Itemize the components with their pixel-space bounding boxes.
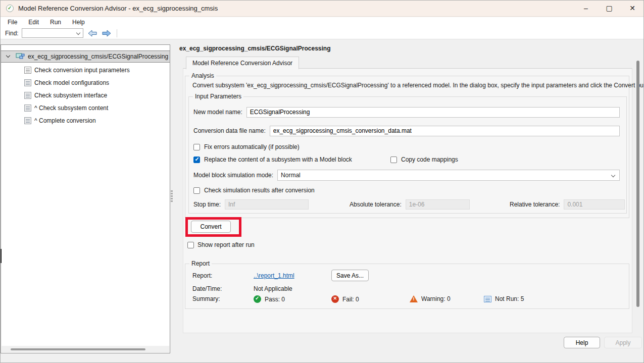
find-previous-button[interactable] [87,29,97,37]
check-list-icon [24,79,31,86]
tree-root-node[interactable]: ex_ecg_sigprocessing_cmsis/ECGSignalProc… [1,50,170,63]
window-controls: – ▢ ✕ [574,0,644,16]
fix-errors-row: Fix errors automatically (if possible) [189,142,626,152]
vertical-scrollbar[interactable] [636,61,639,307]
abs-tolerance-group: Absolute tolerance: 1e-06 [350,199,470,210]
minimize-button[interactable]: – [574,0,598,16]
find-input[interactable] [22,29,73,37]
chevron-down-icon[interactable] [76,31,80,35]
report-groupbox: Report Report: ..\report_1.html Save As.… [185,264,629,309]
fail-summary: Fail: 0 [331,295,359,303]
model-reference-icon [16,53,25,61]
convert-button[interactable]: Convert [191,221,231,233]
sim-mode-value: Normal [281,172,301,179]
fix-errors-checkbox[interactable] [193,144,200,150]
report-link-row: Report: ..\report_1.html Save As... [185,272,629,283]
help-button[interactable]: Help [564,337,600,348]
new-model-name-label: New model name: [193,109,242,116]
find-next-button[interactable] [102,29,112,37]
rel-tolerance-label: Relative tolerance: [510,201,560,208]
fail-icon [331,295,339,303]
datetime-value: Not Applicable [254,285,292,292]
tab-model-reference-conversion-advisor[interactable]: Model Reference Conversion Advisor [186,57,299,69]
find-toolbar: Find: [0,27,644,39]
check-list-icon [24,117,31,124]
replace-content-row: Replace the content of a subsystem with … [189,154,626,165]
window-title: Model Reference Conversion Advisor - ex_… [18,5,218,12]
conversion-data-file-label: Conversion data file name: [193,127,266,134]
toolbar-separator [117,29,117,37]
analysis-description: Convert subsystem 'ex_ecg_sigprocessing_… [192,82,644,89]
pass-count: Pass: 0 [265,296,285,303]
tree-item-check-model-configurations[interactable]: Check model configurations [1,76,170,89]
fail-count: Fail: 0 [342,296,359,303]
arrow-right-icon [102,29,112,37]
fix-errors-label: Fix errors automatically (if possible) [204,143,300,150]
maximize-button[interactable]: ▢ [598,0,621,16]
pass-icon [254,295,261,303]
tree-item-check-subsystem-interface[interactable]: Check subsystem interface [1,89,170,101]
replace-content-checkbox[interactable] [193,157,200,163]
title-bar: Model Reference Conversion Advisor - ex_… [0,0,644,17]
notrun-count: Not Run: 5 [495,295,524,302]
analysis-legend: Analysis [189,72,216,79]
input-parameters-legend: Input Parameters [193,93,243,100]
sim-mode-dropdown[interactable]: Normal [277,170,620,181]
find-label: Find: [5,30,19,37]
new-model-name-row: New model name: [189,106,626,118]
menu-bar: File Edit Run Help [0,17,644,27]
chevron-down-icon [611,173,615,177]
copy-code-mappings-group: Copy code mappings [390,156,458,163]
menu-edit[interactable]: Edit [23,18,44,27]
rel-tolerance-field: 0.001 [564,199,625,210]
report-file-link[interactable]: ..\report_1.html [254,272,294,279]
menu-help[interactable]: Help [67,18,90,27]
panel-splitter-handle[interactable] [170,190,173,203]
check-sim-results-label: Check simulation results after conversio… [204,187,315,194]
tab-label: Model Reference Conversion Advisor [192,60,292,67]
check-list-icon [24,105,31,112]
tree-horizontal-scrollbar[interactable] [2,346,169,352]
menu-file[interactable]: File [2,18,23,27]
window-edge-artifact [0,249,2,263]
new-model-name-field[interactable] [246,107,620,118]
save-as-button[interactable]: Save As... [331,270,369,281]
tree-item-complete-conversion[interactable]: ^ Complete conversion [1,114,170,127]
check-list-icon [24,92,31,99]
rel-tolerance-group: Relative tolerance: 0.001 [510,199,625,210]
tree-root-label: ex_ecg_sigprocessing_cmsis/ECGSignalProc… [28,53,168,60]
find-combobox[interactable] [22,28,83,38]
scrollbar-thumb[interactable] [11,348,145,350]
replace-content-label: Replace the content of a subsystem with … [204,156,352,163]
not-run-icon [484,296,491,302]
notrun-summary: Not Run: 5 [484,295,524,302]
conversion-data-file-field[interactable] [270,126,620,136]
expander-chevron-icon[interactable] [6,54,11,59]
report-label: Report: [192,272,212,279]
page-title: ex_ecg_sigprocessing_cmsis/ECGSignalProc… [179,45,330,52]
tolerance-row: Stop time: Inf Absolute tolerance: 1e-06… [189,199,626,210]
copy-code-mappings-checkbox[interactable] [390,157,397,163]
warning-count: Warning: 0 [421,295,451,302]
stop-time-field: Inf [225,199,309,210]
menu-run[interactable]: Run [44,18,67,27]
warning-summary: Warning: 0 [410,295,451,302]
check-sim-results-checkbox[interactable] [193,187,200,194]
summary-label: Summary: [192,295,220,302]
tree-item-check-subsystem-content[interactable]: ^ Check subsystem content [1,101,170,114]
apply-button: Apply [604,337,642,348]
show-report-row: Show report after run [187,240,255,249]
datetime-row: Date/Time: Not Applicable [185,285,629,294]
conversion-data-file-row: Conversion data file name: [189,125,626,137]
analysis-groupbox: Analysis Convert subsystem 'ex_ecg_sigpr… [185,76,629,218]
advisor-tree-panel: ex_ecg_sigprocessing_cmsis/ECGSignalProc… [1,44,170,353]
abs-tolerance-field: 1e-06 [406,199,470,210]
close-button[interactable]: ✕ [621,0,644,16]
datetime-label: Date/Time: [192,285,222,292]
warning-icon [410,295,418,302]
input-parameters-groupbox: Input Parameters New model name: Convers… [188,96,627,214]
check-sim-row: Check simulation results after conversio… [189,185,626,195]
show-report-checkbox[interactable] [187,242,194,248]
summary-row: Summary: Pass: 0 Fail: 0 Warning: 0 Not … [185,295,629,304]
tree-item-check-conversion-input-parameters[interactable]: Check conversion input parameters [1,64,170,76]
